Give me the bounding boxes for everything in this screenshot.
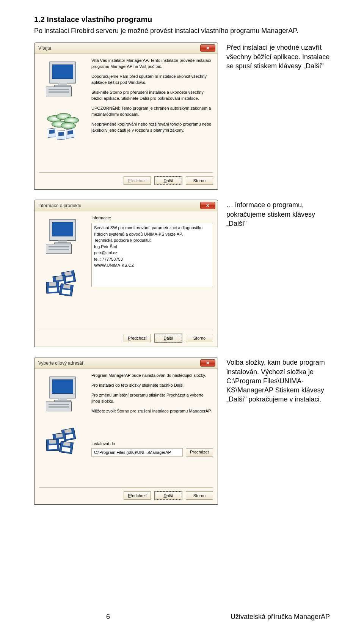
titlebar: Informace o produktu ✕ (35, 200, 218, 211)
step-caption: Volba složky, kam bude program instalová… (226, 357, 330, 404)
cd-pile-icon (46, 113, 80, 143)
page-number: 6 (34, 613, 182, 621)
computer-icon (45, 60, 82, 98)
close-icon[interactable]: ✕ (200, 359, 215, 367)
doc-title-footer: Uživatelská příručka ManagerAP (182, 613, 330, 621)
floppy-pile-icon (46, 428, 80, 458)
installer-dialog-info: Informace o produktu ✕ Informace: Se (34, 200, 218, 347)
titlebar: Vyberte cílový adresář. ✕ (35, 357, 218, 369)
step-caption: … informace o programu, pokračujeme stis… (226, 200, 330, 228)
close-icon[interactable]: ✕ (200, 202, 215, 209)
step-row-1: Vítejte ✕ Vítá Vás instalátor ManagerAP.… (34, 42, 330, 190)
cancel-button[interactable]: Storno (186, 491, 213, 500)
dest-text: Pro instalaci do této složky stiskněte t… (91, 383, 213, 389)
installer-dialog-destination: Vyberte cílový adresář. ✕ Program Manage… (34, 357, 218, 505)
installer-dialog-welcome: Vítejte ✕ Vítá Vás instalátor ManagerAP.… (34, 42, 218, 190)
intro-paragraph: Po instalaci Firebird serveru je možné p… (34, 26, 330, 35)
dialog-title: Informace o produktu (38, 203, 200, 208)
prev-button[interactable]: Předchozí (124, 491, 151, 500)
section-heading: 1.2 Instalace vlastního programu (34, 15, 330, 24)
floppy-pile-icon (46, 271, 80, 301)
dest-text: Můžete zvolit Storno pro zrušení instala… (91, 408, 213, 414)
dest-text: Program ManagerAP bude nainstalován do n… (91, 373, 213, 379)
next-button[interactable]: Další (155, 491, 182, 500)
step-row-3: Vyberte cílový adresář. ✕ Program Manage… (34, 357, 330, 505)
next-button[interactable]: Další (155, 176, 182, 185)
titlebar: Vítejte ✕ (35, 43, 218, 54)
step-row-2: Informace o produktu ✕ Informace: Se (34, 200, 330, 347)
step-caption: Před instalací je vhodné uzavřít všechny… (226, 42, 330, 71)
dialog-button-row: Předchozí Další Storno (35, 488, 218, 504)
prev-button[interactable]: Předchozí (124, 334, 151, 342)
install-path-field[interactable]: C:\Program Files (x86)\UNI...\ManagerAP (91, 448, 183, 457)
next-button[interactable]: Další (155, 334, 182, 342)
browse-button[interactable]: Procházet (186, 448, 213, 457)
dialog-body-text: Vítá Vás instalátor ManagerAP. Tento ins… (88, 58, 213, 168)
prev-button: Předchozí (124, 176, 151, 185)
dialog-title: Vyberte cílový adresář. (38, 361, 200, 366)
computer-icon (45, 217, 82, 255)
install-to-label: Instalovat do (91, 441, 183, 447)
dialog-button-row: Předchozí Další Storno (35, 330, 218, 347)
cancel-button[interactable]: Storno (186, 334, 213, 342)
dialog-title: Vítejte (38, 46, 200, 51)
info-textbox[interactable]: Servisní SW pro monitorování, parametriz… (91, 223, 213, 287)
dest-text: Pro změnu umístění programu stiskněte Pr… (91, 392, 213, 405)
close-icon[interactable]: ✕ (200, 44, 215, 52)
page-footer: 6 Uživatelská příručka ManagerAP (34, 613, 330, 621)
info-label: Informace: (91, 215, 213, 221)
dialog-button-row: Předchozí Další Storno (35, 173, 218, 189)
cancel-button[interactable]: Storno (186, 176, 213, 185)
computer-icon (45, 375, 82, 413)
